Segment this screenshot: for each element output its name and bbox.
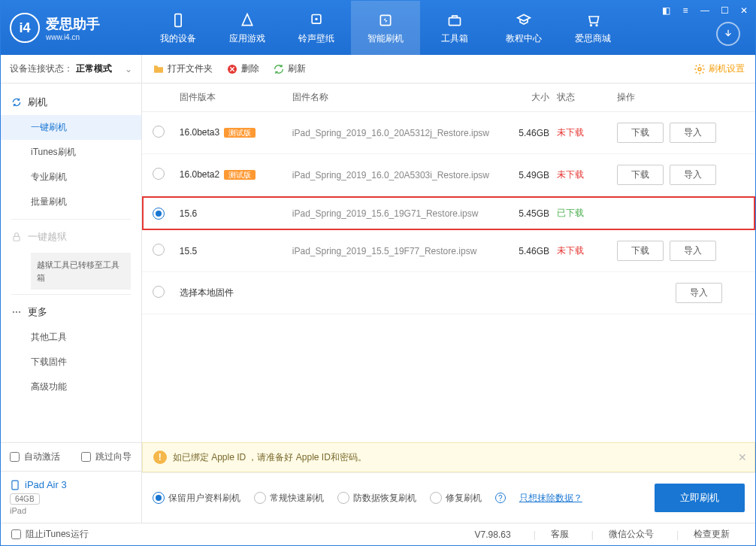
minimize-icon[interactable]: — [698, 4, 712, 17]
download-button[interactable]: 下载 [617, 123, 664, 143]
radio-local[interactable] [153, 286, 165, 298]
firmware-version: 16.0beta3 [180, 127, 219, 138]
version-label: V7.98.63 [475, 529, 511, 540]
tablet-icon [10, 480, 20, 490]
refresh-icon [273, 63, 285, 75]
close-icon[interactable]: ✕ [737, 4, 751, 17]
sidebar-item-batch[interactable]: 批量刷机 [1, 190, 141, 214]
firmware-size: 5.45GB [489, 208, 557, 219]
sidebar-head-flash[interactable]: 刷机 [1, 89, 141, 115]
svg-point-8 [13, 311, 14, 313]
service-link[interactable]: 客服 [551, 528, 569, 541]
alert-close-icon[interactable]: ✕ [738, 451, 747, 463]
firmware-name: iPad_Spring_2019_16.0_20A5312j_Restore.i… [292, 128, 489, 138]
firmware-version: 15.5 [180, 246, 197, 256]
auto-activate-checkbox[interactable]: 自动激活 [10, 450, 60, 463]
nav-my-device[interactable]: 我的设备 [144, 1, 213, 55]
import-button[interactable]: 导入 [670, 241, 716, 261]
firmware-version: 16.0beta2 [180, 169, 219, 180]
firmware-row[interactable]: 15.6 iPad_Spring_2019_15.6_19G71_Restore… [142, 196, 755, 230]
firmware-name: iPad_Spring_2019_16.0_20A5303i_Restore.i… [292, 170, 489, 180]
radio-select[interactable] [153, 168, 165, 180]
radio-select[interactable] [153, 208, 165, 220]
apple-id-alert: ! 如已绑定 Apple ID ，请准备好 Apple ID和密码。 ✕ [142, 442, 755, 472]
device-status-bar[interactable]: 设备连接状态： 正常模式 ⌄ [1, 55, 141, 83]
logo-area: i4 爱思助手 www.i4.cn [1, 13, 144, 43]
footer: 阻止iTunes运行 V7.98.63 | 客服 | 微信公众号 | 检查更新 [1, 523, 755, 545]
device-type: iPad [10, 506, 132, 515]
table-header: 固件版本 固件名称 大小 状态 操作 [142, 83, 755, 112]
nav-ringtones[interactable]: 铃声壁纸 [282, 1, 351, 55]
device-info-panel: iPad Air 3 64GB iPad [1, 471, 141, 523]
maximize-icon[interactable]: ☐ [718, 4, 731, 17]
refresh-button[interactable]: 刷新 [273, 62, 306, 75]
main-nav: 我的设备 应用游戏 铃声壁纸 智能刷机 工具箱 教程中心 爱思商城 [144, 1, 627, 55]
firmware-size: 5.46GB [489, 246, 557, 256]
skin-icon[interactable]: ◧ [659, 4, 673, 17]
firmware-name: iPad_Spring_2019_15.5_19F77_Restore.ipsw [292, 246, 489, 256]
music-icon [307, 11, 325, 29]
sidebar-item-advanced[interactable]: 高级功能 [1, 375, 141, 399]
skip-guide-checkbox[interactable]: 跳过向导 [81, 450, 132, 463]
jailbreak-note: 越狱工具已转移至工具箱 [31, 253, 131, 290]
main-content: 打开文件夹 删除 刷新 刷机设置 固件版本 固件名称 大小 状态 操作 16.0… [142, 55, 755, 523]
gear-icon [694, 63, 706, 75]
nav-apps[interactable]: 应用游戏 [213, 1, 282, 55]
sidebar: 设备连接状态： 正常模式 ⌄ 刷机 一键刷机 iTunes刷机 专业刷机 批量刷… [1, 55, 142, 523]
nav-flash[interactable]: 智能刷机 [351, 1, 420, 55]
more-icon [11, 307, 22, 317]
firmware-row[interactable]: 15.5 iPad_Spring_2019_15.5_19F77_Restore… [142, 230, 755, 272]
erase-link[interactable]: 只想抹除数据？ [519, 492, 582, 505]
window-controls: ◧ ≡ — ☐ ✕ [659, 4, 751, 17]
firmware-status: 未下载 [557, 244, 617, 257]
nav-toolbox[interactable]: 工具箱 [420, 1, 489, 55]
opt-keep-data[interactable]: 保留用户资料刷机 [153, 492, 240, 505]
sidebar-item-professional[interactable]: 专业刷机 [1, 165, 141, 190]
wechat-link[interactable]: 微信公众号 [609, 528, 654, 541]
opt-normal[interactable]: 常规快速刷机 [254, 492, 324, 505]
flash-options: 保留用户资料刷机 常规快速刷机 防数据恢复刷机 修复刷机 ? 只想抹除数据？ 立… [142, 472, 755, 523]
opt-repair[interactable]: 修复刷机 [430, 492, 482, 505]
open-folder-button[interactable]: 打开文件夹 [153, 62, 213, 75]
beta-badge: 测试版 [224, 170, 256, 180]
firmware-status: 未下载 [557, 168, 617, 181]
import-button[interactable]: 导入 [676, 283, 722, 303]
delete-button[interactable]: 删除 [226, 62, 259, 75]
update-link[interactable]: 检查更新 [694, 528, 730, 541]
opt-antirecovery[interactable]: 防数据恢复刷机 [337, 492, 416, 505]
device-icon [169, 11, 187, 29]
download-button[interactable]: 下载 [617, 165, 664, 185]
sidebar-item-download-firmware[interactable]: 下载固件 [1, 350, 141, 375]
device-name[interactable]: iPad Air 3 [10, 479, 132, 490]
storage-badge: 64GB [10, 493, 40, 505]
firmware-row[interactable]: 16.0beta2测试版 iPad_Spring_2019_16.0_20A53… [142, 154, 755, 196]
logo-title: 爱思助手 [46, 15, 100, 33]
svg-point-13 [698, 68, 701, 71]
import-button[interactable]: 导入 [670, 123, 716, 143]
radio-select[interactable] [153, 126, 165, 138]
download-indicator[interactable] [716, 22, 740, 46]
download-button[interactable]: 下载 [617, 241, 664, 261]
menu-icon[interactable]: ≡ [679, 4, 692, 17]
lock-icon [11, 232, 22, 242]
apps-icon [238, 11, 256, 29]
help-icon[interactable]: ? [495, 493, 506, 503]
svg-rect-4 [449, 17, 461, 25]
sidebar-item-other-tools[interactable]: 其他工具 [1, 325, 141, 350]
import-button[interactable]: 导入 [670, 165, 716, 185]
flash-icon [376, 11, 395, 29]
sidebar-item-itunes[interactable]: iTunes刷机 [1, 140, 141, 165]
flash-settings-button[interactable]: 刷机设置 [694, 62, 745, 75]
nav-store[interactable]: 爱思商城 [558, 1, 627, 55]
nav-tutorials[interactable]: 教程中心 [489, 1, 558, 55]
sidebar-head-more[interactable]: 更多 [1, 299, 141, 325]
local-firmware-row[interactable]: 选择本地固件 导入 [142, 272, 755, 314]
radio-select[interactable] [153, 244, 165, 256]
sidebar-item-oneclick[interactable]: 一键刷机 [1, 115, 141, 140]
store-icon [584, 11, 602, 29]
block-itunes-checkbox[interactable]: 阻止iTunes运行 [11, 528, 89, 541]
logo-icon: i4 [10, 13, 40, 43]
firmware-row[interactable]: 16.0beta3测试版 iPad_Spring_2019_16.0_20A53… [142, 112, 755, 154]
flash-now-button[interactable]: 立即刷机 [655, 484, 745, 512]
svg-point-9 [16, 311, 17, 313]
